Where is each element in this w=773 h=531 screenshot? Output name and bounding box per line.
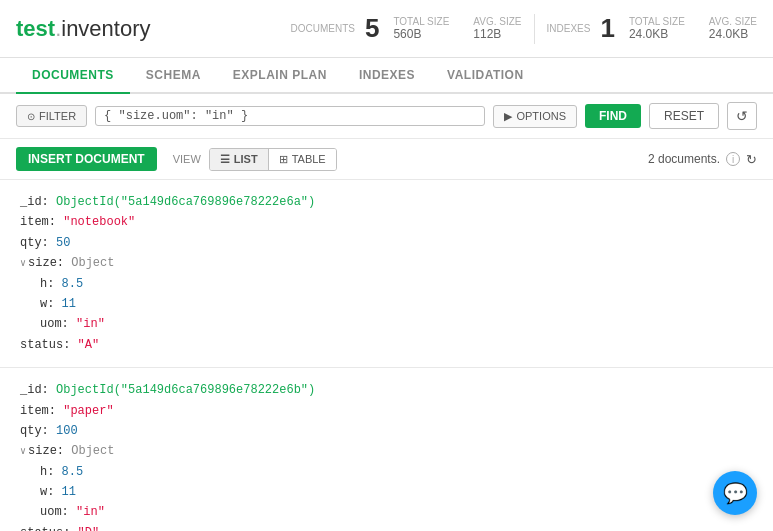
chat-icon: 💬 xyxy=(723,481,748,505)
doc-item-line: item: "notebook" xyxy=(20,212,753,232)
table-label: TABLE xyxy=(292,153,326,165)
avg-size-label-idx: AVG. SIZE xyxy=(709,16,757,27)
query-bar[interactable]: { "size.uom": "in" } xyxy=(95,106,485,126)
doc2-qty: 100 xyxy=(56,424,78,438)
doc1-item: notebook xyxy=(70,215,128,229)
total-size-label-docs: TOTAL SIZE xyxy=(393,16,449,27)
indexes-stats: INDEXES 1 TOTAL SIZE 24.0KB AVG. SIZE 24… xyxy=(547,13,757,44)
reset-button[interactable]: RESET xyxy=(649,103,719,129)
logo: test.inventory xyxy=(16,16,151,42)
doc1-w: 11 xyxy=(62,297,76,311)
doc-h-line: h: 8.5 xyxy=(40,274,753,294)
doc2-item: paper xyxy=(70,404,106,418)
documents-label: DOCUMENTS xyxy=(290,23,354,34)
filter-label: FILTER xyxy=(39,110,76,122)
doc-id-line: _id: ObjectId("5a149d6ca769896e78222e6a"… xyxy=(20,192,753,212)
doc2-id-line: _id: ObjectId("5a149d6ca769896e78222e6b"… xyxy=(20,380,753,400)
tab-documents[interactable]: DOCUMENTS xyxy=(16,58,130,94)
doc-qty-line: qty: 50 xyxy=(20,233,753,253)
document-count: 2 documents. i ↻ xyxy=(648,152,757,167)
indexes-count: 1 xyxy=(600,13,614,44)
doc1-id: 5a149d6ca769896e78222e6a xyxy=(128,195,301,209)
indexes-avg: 24.0KB xyxy=(709,27,757,41)
documents-count: 5 xyxy=(365,13,379,44)
doc2-w: 11 xyxy=(62,485,76,499)
documents-stats: DOCUMENTS 5 TOTAL SIZE 560B AVG. SIZE 11… xyxy=(290,13,521,44)
doc2-size-type: Object xyxy=(71,444,114,458)
header: test.inventory DOCUMENTS 5 TOTAL SIZE 56… xyxy=(0,0,773,58)
doc1-h: 8.5 xyxy=(62,277,84,291)
list-label: LIST xyxy=(234,153,258,165)
query-text: { "size.uom": "in" } xyxy=(104,109,248,123)
doc2-w-line: w: 11 xyxy=(40,482,753,502)
doc2-uom: in xyxy=(83,505,97,519)
doc2-size-line: ∨size: Object xyxy=(20,441,753,461)
refresh-icon[interactable]: ↻ xyxy=(746,152,757,167)
collapse-icon-2[interactable]: ∨ xyxy=(20,446,26,457)
query-toolbar: ⊙ FILTER { "size.uom": "in" } ▶ OPTIONS … xyxy=(0,94,773,139)
indexes-total: 24.0KB xyxy=(629,27,685,41)
document-row: _id: ObjectId("5a149d6ca769896e78222e6b"… xyxy=(0,368,773,531)
info-icon[interactable]: i xyxy=(726,152,740,166)
doc1-qty: 50 xyxy=(56,236,70,250)
tab-explain-plan[interactable]: EXPLAIN PLAN xyxy=(217,58,343,94)
tab-schema[interactable]: SCHEMA xyxy=(130,58,217,94)
doc2-id: 5a149d6ca769896e78222e6b xyxy=(128,383,301,397)
options-button[interactable]: ▶ OPTIONS xyxy=(493,105,577,128)
doc1-size-type: Object xyxy=(71,256,114,270)
list-icon: ☰ xyxy=(220,153,230,166)
header-divider xyxy=(534,14,535,44)
find-button[interactable]: FIND xyxy=(585,104,641,128)
tab-indexes[interactable]: INDEXES xyxy=(343,58,431,94)
doc2-item-line: item: "paper" xyxy=(20,401,753,421)
indexes-label: INDEXES xyxy=(547,23,591,34)
doc-size-line: ∨size: Object xyxy=(20,253,753,273)
doc1-uom: in xyxy=(83,317,97,331)
action-bar: INSERT DOCUMENT VIEW ☰ LIST ⊞ TABLE 2 do… xyxy=(0,139,773,180)
insert-document-button[interactable]: INSERT DOCUMENT xyxy=(16,147,157,171)
doc2-qty-line: qty: 100 xyxy=(20,421,753,441)
collapse-icon[interactable]: ∨ xyxy=(20,258,26,269)
doc2-status: D xyxy=(85,526,92,531)
logo-test: test xyxy=(16,16,55,41)
view-toggle: ☰ LIST ⊞ TABLE xyxy=(209,148,337,171)
tabs-bar: DOCUMENTS SCHEMA EXPLAIN PLAN INDEXES VA… xyxy=(0,58,773,94)
options-label: OPTIONS xyxy=(516,110,566,122)
document-row: _id: ObjectId("5a149d6ca769896e78222e6a"… xyxy=(0,180,773,368)
documents-avg: 112B xyxy=(473,27,521,41)
avg-size-label-docs: AVG. SIZE xyxy=(473,16,521,27)
doc-status-line: status: "A" xyxy=(20,335,753,355)
table-icon: ⊞ xyxy=(279,153,288,166)
doc2-h: 8.5 xyxy=(62,465,84,479)
documents-total: 560B xyxy=(393,27,449,41)
undo-button[interactable]: ↺ xyxy=(727,102,757,130)
doc2-h-line: h: 8.5 xyxy=(40,462,753,482)
table-view-button[interactable]: ⊞ TABLE xyxy=(269,149,336,170)
doc1-status: A xyxy=(85,338,92,352)
doc2-status-line: status: "D" xyxy=(20,523,753,531)
doc-w-line: w: 11 xyxy=(40,294,753,314)
view-label: VIEW xyxy=(173,153,201,165)
chevron-right-icon: ▶ xyxy=(504,110,512,123)
tab-validation[interactable]: VALIDATION xyxy=(431,58,540,94)
list-view-button[interactable]: ☰ LIST xyxy=(210,149,269,170)
total-size-label-idx: TOTAL SIZE xyxy=(629,16,685,27)
documents-area: _id: ObjectId("5a149d6ca769896e78222e6a"… xyxy=(0,180,773,531)
doc-count-text: 2 documents. xyxy=(648,152,720,166)
chat-button[interactable]: 💬 xyxy=(713,471,757,515)
filter-button[interactable]: ⊙ FILTER xyxy=(16,105,87,127)
logo-inventory: inventory xyxy=(61,16,150,41)
filter-icon: ⊙ xyxy=(27,111,35,122)
doc-uom-line: uom: "in" xyxy=(40,314,753,334)
doc2-uom-line: uom: "in" xyxy=(40,502,753,522)
